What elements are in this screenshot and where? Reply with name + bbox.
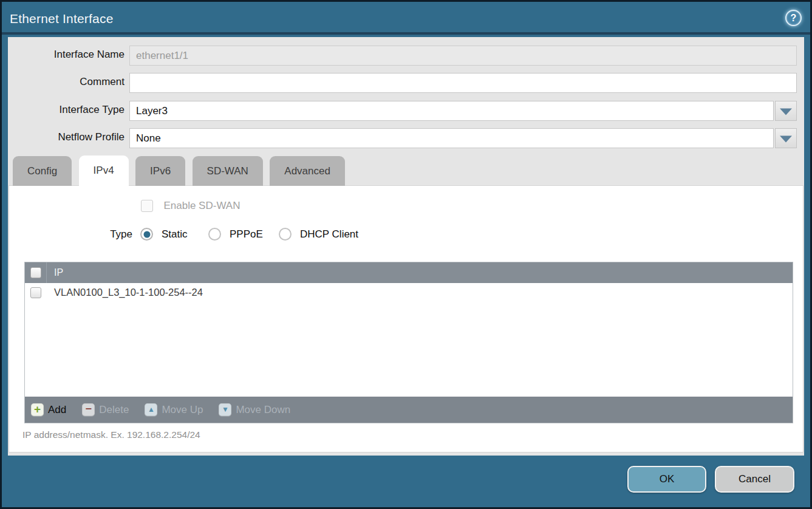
netflow-profile-dropdown-button[interactable] [775,128,797,148]
tab-advanced[interactable]: Advanced [270,156,345,186]
tab-sdwan[interactable]: SD-WAN [193,156,263,186]
netflow-profile-label: Netflow Profile [8,131,125,143]
enable-sdwan-row: Enable SD-WAN [141,200,240,213]
chevron-down-icon [780,108,792,115]
header-checkbox-cell [25,262,47,283]
help-icon[interactable]: ? [785,10,802,26]
interface-type-dropdown-button[interactable] [775,101,797,121]
netflow-profile-row: Netflow Profile [8,128,804,148]
ip-column-header: IP [47,267,63,278]
ethernet-interface-dialog: Ethernet Interface ? Interface Name Comm… [0,0,812,509]
ip-table-header: IP [25,262,793,283]
ip-format-hint: IP address/netmask. Ex. 192.168.2.254/24 [22,429,200,440]
move-down-button: ▼ Move Down [219,403,290,416]
delete-label: Delete [99,404,129,416]
move-up-label: Move Up [162,404,203,416]
move-down-icon: ▼ [219,403,231,416]
radio-pppoe-label[interactable]: PPPoE [230,228,263,241]
dialog-title: Ethernet Interface [10,12,114,26]
ip-table: IP VLAN0100_L3_10-1-100-254--24 + Add − [24,262,793,423]
enable-sdwan-label: Enable SD-WAN [163,200,240,211]
type-row: Type Static PPPoE DHCP Client [9,228,803,242]
dialog-body: Interface Name Comment Interface Type Ne… [8,37,804,456]
interface-name-label: Interface Name [8,49,125,61]
row-checkbox[interactable] [30,287,41,298]
netflow-profile-field[interactable] [129,128,774,148]
add-button[interactable]: + Add [31,403,66,416]
ipv4-tab-panel: Enable SD-WAN Type Static PPPoE DHCP Cli… [9,185,803,453]
interface-name-row: Interface Name [8,46,804,66]
radio-dhcp-client-label[interactable]: DHCP Client [300,228,358,241]
interface-type-row: Interface Type [8,101,804,121]
tab-ipv4[interactable]: IPv4 [79,155,129,186]
table-empty-area [25,302,793,397]
add-icon: + [31,403,44,416]
comment-field[interactable] [129,73,797,93]
tab-ipv6[interactable]: IPv6 [135,156,185,186]
interface-type-label: Interface Type [8,104,125,116]
tab-config[interactable]: Config [13,156,72,186]
tab-bar: Config IPv4 IPv6 SD-WAN Advanced [13,155,349,186]
delete-button: − Delete [82,403,129,416]
radio-dot [143,231,150,237]
comment-label: Comment [8,76,125,88]
chevron-down-icon [780,135,792,142]
cancel-button[interactable]: Cancel [715,466,794,493]
enable-sdwan-checkbox [141,200,153,212]
dialog-title-bar: Ethernet Interface ? [2,2,810,35]
table-row[interactable]: VLAN0100_L3_10-1-100-254--24 [25,283,793,302]
select-all-checkbox[interactable] [30,267,41,278]
move-up-icon: ▲ [145,403,157,416]
table-toolbar: + Add − Delete ▲ Move Up ▼ Move Down [25,397,793,423]
ip-cell[interactable]: VLAN0100_L3_10-1-100-254--24 [47,287,203,298]
row-checkbox-cell [25,283,47,302]
interface-type-field[interactable] [129,101,774,121]
radio-pppoe[interactable] [208,228,221,241]
interface-name-field [129,46,797,66]
delete-icon: − [82,403,95,416]
radio-static-label[interactable]: Static [162,228,188,241]
ok-button[interactable]: OK [627,466,706,493]
radio-dhcp-client[interactable] [279,228,292,241]
radio-static[interactable] [140,228,153,241]
type-label: Type [82,228,132,241]
move-down-label: Move Down [236,404,290,416]
move-up-button: ▲ Move Up [145,403,203,416]
comment-row: Comment [8,73,804,93]
add-label: Add [48,404,66,416]
